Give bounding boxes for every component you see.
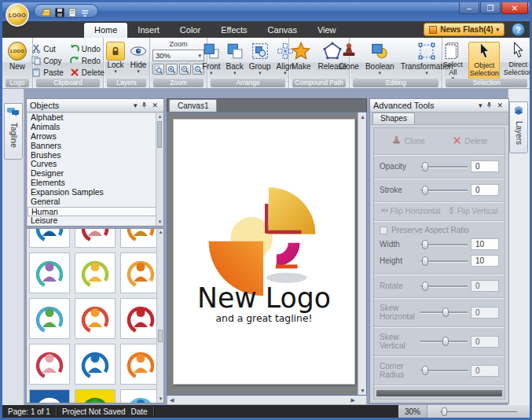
human-logo-thumb[interactable] bbox=[75, 252, 116, 293]
cut-button[interactable]: Cut bbox=[31, 43, 64, 54]
delete-button[interactable]: Delete bbox=[70, 67, 105, 78]
app-logo-button[interactable]: LOGO bbox=[6, 3, 29, 27]
make-compound-button[interactable]: Make bbox=[292, 42, 310, 71]
ribbon-tab[interactable]: View bbox=[307, 23, 347, 38]
canvas-horizontal-scrollbar[interactable]: ◀ ▶ bbox=[167, 396, 367, 405]
width-value[interactable]: 10 bbox=[471, 238, 499, 250]
boolean-button[interactable]: Boolean▾ bbox=[365, 42, 394, 75]
human-logo-thumb[interactable] bbox=[120, 344, 161, 385]
stroke-value[interactable]: 0 bbox=[471, 184, 499, 196]
canvas-vertical-scrollbar[interactable]: ▲ ▼ bbox=[358, 112, 366, 395]
copy-button[interactable]: Copy bbox=[31, 55, 64, 66]
shapes-tab[interactable]: Shapes bbox=[372, 112, 415, 124]
pin-icon[interactable] bbox=[484, 101, 494, 110]
news-flash-button[interactable]: News Flash(4) ▾ bbox=[424, 23, 504, 36]
zoom-selection-icon[interactable] bbox=[152, 64, 164, 75]
opacity-slider[interactable] bbox=[420, 162, 468, 171]
save-icon[interactable] bbox=[55, 6, 64, 16]
direct-selection-button[interactable]: Direct Selection bbox=[503, 42, 532, 80]
open-icon[interactable] bbox=[42, 6, 52, 16]
close-panel-icon[interactable]: ✕ bbox=[149, 101, 160, 109]
human-logo-thumb[interactable] bbox=[75, 228, 116, 248]
help-button[interactable]: ? bbox=[512, 23, 525, 36]
skew-horizontal-value[interactable]: 0 bbox=[471, 307, 499, 319]
rotate-slider[interactable] bbox=[420, 282, 468, 291]
objects-category-item[interactable]: Human bbox=[28, 207, 163, 216]
tagline-panel-tab[interactable]: Tagline bbox=[4, 103, 23, 160]
redo-button[interactable]: Redo bbox=[70, 55, 105, 66]
skew-horizontal-slider[interactable] bbox=[420, 308, 468, 317]
panel-menu-icon[interactable]: ▾ bbox=[131, 101, 140, 109]
customize-menu-icon[interactable] bbox=[80, 6, 90, 16]
minimize-button[interactable]: – bbox=[459, 2, 479, 14]
back-button[interactable]: Back▾ bbox=[226, 42, 244, 75]
stroke-slider[interactable] bbox=[420, 186, 468, 195]
objects-category-item[interactable]: Leisure bbox=[28, 216, 163, 226]
zoom-level-select[interactable]: 30%▾ bbox=[152, 50, 204, 61]
human-logo-thumb[interactable] bbox=[75, 298, 116, 339]
human-logo-thumb[interactable] bbox=[29, 228, 70, 248]
undo-button[interactable]: Undo bbox=[70, 43, 105, 54]
group-button[interactable]: Group▾ bbox=[249, 42, 271, 75]
layers-panel-tab[interactable]: Layers bbox=[509, 101, 528, 153]
zoom-in-icon[interactable] bbox=[166, 64, 178, 75]
canvas-tab[interactable]: Canvas1 bbox=[169, 99, 217, 112]
lock-icon bbox=[106, 42, 125, 61]
objects-list-scrollbar[interactable]: ▲ ▼ bbox=[156, 113, 163, 226]
ribbon-tab[interactable]: Home bbox=[84, 23, 127, 38]
height-value[interactable]: 10 bbox=[471, 255, 499, 267]
preserve-aspect-ratio-checkbox[interactable] bbox=[380, 227, 387, 234]
ribbon-tab[interactable]: Canvas bbox=[258, 23, 307, 38]
zoom-out-icon[interactable] bbox=[179, 64, 191, 75]
human-logo-thumb[interactable] bbox=[120, 252, 161, 293]
skew-vertical-value[interactable]: 0 bbox=[471, 336, 499, 348]
corner-radius-value[interactable]: 0 bbox=[471, 365, 499, 377]
human-logo-thumb[interactable] bbox=[29, 389, 70, 403]
human-logo-thumb[interactable] bbox=[29, 252, 70, 293]
close-panel-icon[interactable]: ✕ bbox=[494, 101, 505, 109]
opacity-value[interactable]: 0 bbox=[471, 160, 499, 172]
ribbon-tab[interactable]: Color bbox=[170, 23, 211, 38]
objects-category-item[interactable]: Arrows bbox=[28, 132, 163, 142]
hide-button[interactable]: Hide▾ bbox=[130, 42, 147, 73]
canvas-viewport[interactable]: New Logo and a great tagline! ▲ ▼ bbox=[167, 112, 367, 396]
lock-button[interactable]: Lock▾ bbox=[106, 42, 125, 73]
objects-category-item[interactable]: Banners bbox=[28, 142, 163, 151]
clone-shape-button[interactable]: Clone bbox=[391, 135, 425, 147]
object-selection-button[interactable]: Object Selection bbox=[468, 42, 500, 80]
status-zoom-value[interactable]: 30% bbox=[398, 405, 427, 418]
clone-button[interactable]: Clone bbox=[339, 42, 359, 75]
human-logo-thumb[interactable] bbox=[75, 389, 116, 403]
paste-button[interactable]: Paste bbox=[31, 67, 64, 78]
delete-shape-button[interactable]: Delete bbox=[453, 136, 487, 146]
new-logo-button[interactable]: LOGO New bbox=[5, 40, 30, 72]
flip-vertical-button[interactable]: Flip Vertical bbox=[448, 207, 498, 216]
new-icon[interactable] bbox=[68, 6, 77, 16]
status-zoom-slider[interactable] bbox=[435, 405, 522, 418]
human-logo-thumb[interactable] bbox=[75, 344, 116, 385]
corner-radius-slider[interactable] bbox=[420, 366, 468, 375]
human-logo-thumb[interactable] bbox=[120, 298, 161, 339]
pin-icon[interactable] bbox=[139, 101, 149, 110]
skew-vertical-slider[interactable] bbox=[420, 337, 468, 346]
human-logo-thumb[interactable] bbox=[120, 389, 161, 403]
panel-menu-icon[interactable]: ▾ bbox=[476, 101, 485, 109]
panel-bottom-scrollbar[interactable] bbox=[376, 390, 502, 396]
ribbon-tab[interactable]: Effects bbox=[211, 23, 257, 38]
height-slider[interactable] bbox=[420, 256, 468, 266]
rotate-value[interactable]: 0 bbox=[471, 280, 499, 292]
canvas-page[interactable]: New Logo and a great tagline! bbox=[173, 119, 355, 385]
human-logo-thumb[interactable] bbox=[120, 228, 161, 248]
thumbnails-scrollbar[interactable]: ▲ ▼ bbox=[156, 229, 163, 403]
human-logo-thumb[interactable] bbox=[29, 298, 70, 339]
width-slider[interactable] bbox=[420, 240, 468, 249]
select-all-button[interactable]: Select All▾ bbox=[440, 42, 465, 80]
objects-category-item[interactable]: General bbox=[28, 197, 163, 207]
close-button[interactable]: ✕ bbox=[501, 2, 528, 14]
front-button[interactable]: Front▾ bbox=[202, 42, 220, 75]
flip-horizontal-button[interactable]: Flip Horizontal bbox=[381, 207, 441, 216]
ribbon-tab[interactable]: Insert bbox=[127, 23, 170, 38]
maximize-button[interactable]: ❐ bbox=[480, 2, 501, 14]
objects-category-item[interactable]: Animals bbox=[28, 123, 163, 132]
human-logo-thumb[interactable] bbox=[29, 344, 70, 385]
